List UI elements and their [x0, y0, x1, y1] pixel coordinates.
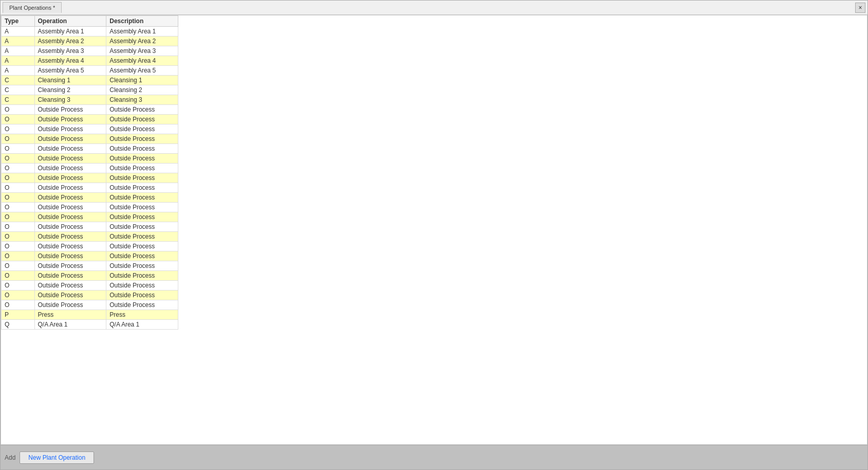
cell-operation: Outside Process [34, 251, 106, 261]
cell-operation: Outside Process [34, 124, 106, 134]
cell-description: Outside Process [106, 193, 178, 203]
table-row[interactable]: OOutside ProcessOutside Process [2, 183, 178, 193]
cell-description: Outside Process [106, 271, 178, 281]
table-row[interactable]: CCleansing 2Cleansing 2 [2, 85, 178, 95]
new-plant-operation-button[interactable]: New Plant Operation [20, 451, 94, 464]
cell-type: O [2, 261, 35, 271]
cell-operation: Outside Process [34, 291, 106, 300]
cell-operation: Outside Process [34, 144, 106, 154]
cell-description: Outside Process [106, 173, 178, 183]
plant-operations-tab[interactable]: Plant Operations * [3, 2, 62, 13]
table-row[interactable]: AAssembly Area 1Assembly Area 1 [2, 27, 178, 37]
cell-operation: Outside Process [34, 300, 106, 310]
table-row[interactable]: OOutside ProcessOutside Process [2, 251, 178, 261]
cell-description: Cleansing 1 [106, 76, 178, 85]
cell-description: Outside Process [106, 251, 178, 261]
cell-description: Outside Process [106, 291, 178, 300]
table-row[interactable]: AAssembly Area 2Assembly Area 2 [2, 37, 178, 46]
cell-description: Outside Process [106, 144, 178, 154]
cell-description: Outside Process [106, 183, 178, 193]
table-row[interactable]: AAssembly Area 3Assembly Area 3 [2, 46, 178, 56]
window-close-button[interactable]: × [855, 3, 865, 13]
cell-operation: Outside Process [34, 261, 106, 271]
cell-type: C [2, 95, 35, 105]
cell-type: O [2, 300, 35, 310]
main-window: Plant Operations * × Type Operation Desc… [0, 0, 868, 470]
cell-description: Press [106, 310, 178, 320]
cell-operation: Outside Process [34, 183, 106, 193]
table-row[interactable]: OOutside ProcessOutside Process [2, 105, 178, 115]
table-row[interactable]: OOutside ProcessOutside Process [2, 232, 178, 242]
table-row[interactable]: OOutside ProcessOutside Process [2, 212, 178, 222]
table-row[interactable]: AAssembly Area 5Assembly Area 5 [2, 66, 178, 76]
cell-operation: Assembly Area 3 [34, 46, 106, 56]
table-row[interactable]: OOutside ProcessOutside Process [2, 242, 178, 251]
cell-description: Outside Process [106, 212, 178, 222]
cell-operation: Q/A Area 1 [34, 320, 106, 330]
table-row[interactable]: OOutside ProcessOutside Process [2, 203, 178, 212]
table-container[interactable]: Type Operation Description AAssembly Are… [1, 15, 867, 445]
table-row[interactable]: OOutside ProcessOutside Process [2, 144, 178, 154]
table-row[interactable]: OOutside ProcessOutside Process [2, 291, 178, 300]
table-row[interactable]: OOutside ProcessOutside Process [2, 193, 178, 203]
cell-operation: Outside Process [34, 115, 106, 124]
cell-type: O [2, 212, 35, 222]
table-row[interactable]: PPressPress [2, 310, 178, 320]
close-icon: × [858, 4, 862, 11]
cell-description: Assembly Area 2 [106, 37, 178, 46]
cell-description: Outside Process [106, 232, 178, 242]
table-row[interactable]: OOutside ProcessOutside Process [2, 154, 178, 164]
cell-type: O [2, 271, 35, 281]
table-row[interactable]: AAssembly Area 4Assembly Area 4 [2, 56, 178, 66]
cell-type: O [2, 222, 35, 232]
table-row[interactable]: OOutside ProcessOutside Process [2, 134, 178, 144]
cell-type: O [2, 203, 35, 212]
cell-type: O [2, 183, 35, 193]
cell-type: Q [2, 320, 35, 330]
table-row[interactable]: OOutside ProcessOutside Process [2, 115, 178, 124]
table-row[interactable]: OOutside ProcessOutside Process [2, 281, 178, 291]
table-row[interactable]: OOutside ProcessOutside Process [2, 271, 178, 281]
cell-description: Outside Process [106, 203, 178, 212]
cell-type: A [2, 56, 35, 66]
cell-operation: Outside Process [34, 203, 106, 212]
cell-operation: Assembly Area 4 [34, 56, 106, 66]
cell-type: A [2, 46, 35, 56]
cell-description: Outside Process [106, 222, 178, 232]
tab-label: Plant Operations * [9, 5, 55, 11]
cell-type: O [2, 105, 35, 115]
cell-description: Outside Process [106, 134, 178, 144]
cell-operation: Cleansing 1 [34, 76, 106, 85]
cell-description: Outside Process [106, 124, 178, 134]
content-area: Type Operation Description AAssembly Are… [1, 15, 867, 445]
table-row[interactable]: CCleansing 1Cleansing 1 [2, 76, 178, 85]
cell-type: O [2, 124, 35, 134]
cell-operation: Cleansing 2 [34, 85, 106, 95]
cell-type: O [2, 232, 35, 242]
cell-description: Q/A Area 1 [106, 320, 178, 330]
cell-description: Outside Process [106, 115, 178, 124]
table-row[interactable]: OOutside ProcessOutside Process [2, 173, 178, 183]
cell-operation: Outside Process [34, 105, 106, 115]
table-row[interactable]: OOutside ProcessOutside Process [2, 261, 178, 271]
cell-operation: Outside Process [34, 281, 106, 291]
cell-type: O [2, 193, 35, 203]
table-row[interactable]: OOutside ProcessOutside Process [2, 124, 178, 134]
cell-type: C [2, 76, 35, 85]
cell-description: Outside Process [106, 154, 178, 164]
cell-description: Outside Process [106, 300, 178, 310]
table-row[interactable]: OOutside ProcessOutside Process [2, 300, 178, 310]
cell-type: O [2, 134, 35, 144]
cell-operation: Outside Process [34, 134, 106, 144]
table-row[interactable]: OOutside ProcessOutside Process [2, 222, 178, 232]
cell-type: O [2, 154, 35, 164]
cell-type: O [2, 291, 35, 300]
cell-type: C [2, 85, 35, 95]
table-row[interactable]: OOutside ProcessOutside Process [2, 164, 178, 173]
table-row[interactable]: QQ/A Area 1Q/A Area 1 [2, 320, 178, 330]
cell-type: O [2, 251, 35, 261]
table-row[interactable]: CCleansing 3Cleansing 3 [2, 95, 178, 105]
cell-type: O [2, 164, 35, 173]
cell-operation: Outside Process [34, 193, 106, 203]
cell-type: A [2, 37, 35, 46]
